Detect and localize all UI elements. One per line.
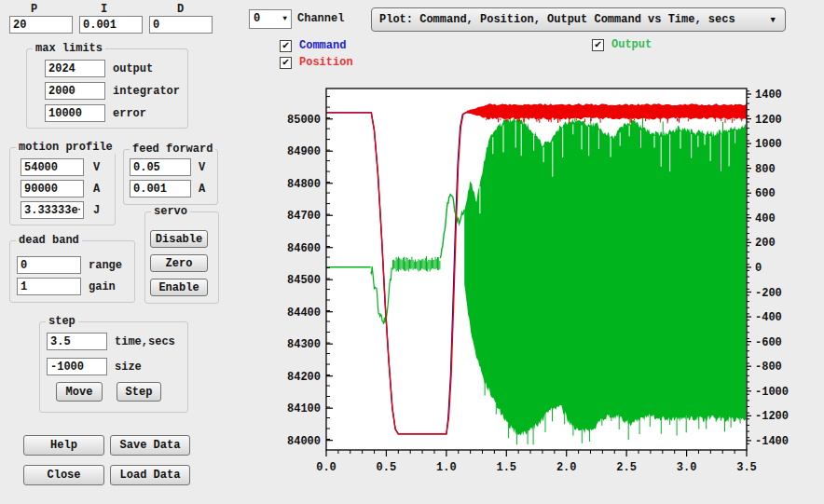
step-time-input[interactable] <box>47 333 107 350</box>
close-button[interactable]: Close <box>23 465 104 485</box>
p-label: P <box>31 3 37 16</box>
svg-text:400: 400 <box>755 212 776 225</box>
svg-text:1000: 1000 <box>755 138 782 151</box>
svg-text:800: 800 <box>755 163 776 176</box>
svg-text:84700: 84700 <box>287 210 321 223</box>
profile-accel-input[interactable] <box>21 180 84 198</box>
ff-accel-input[interactable] <box>130 180 191 198</box>
max-limits-title: max limits <box>33 42 105 55</box>
svg-text:84200: 84200 <box>287 371 321 384</box>
svg-text:-1200: -1200 <box>755 410 789 423</box>
svg-text:84500: 84500 <box>287 274 321 287</box>
svg-text:1.5: 1.5 <box>496 461 516 474</box>
servo-title: servo <box>151 205 190 218</box>
step-size-label: size <box>115 361 142 374</box>
servo-tuning-window: { "colors": {"bg":"#ececec","command":"#… <box>0 0 824 504</box>
dead-band-title: dead band <box>16 234 82 247</box>
ff-velocity-label: V <box>199 161 205 174</box>
plot-select[interactable]: Plot: Command, Position, Output Command … <box>371 7 786 32</box>
profile-jerk-input[interactable] <box>21 201 84 219</box>
svg-text:1.0: 1.0 <box>436 461 457 474</box>
d-input[interactable] <box>149 16 213 34</box>
step-size-input[interactable] <box>47 358 107 375</box>
command-checkbox[interactable]: ✔ <box>280 40 292 52</box>
svg-text:84600: 84600 <box>287 242 321 255</box>
ff-velocity-input[interactable] <box>130 158 191 176</box>
max-output-label: output <box>113 62 153 75</box>
svg-text:84000: 84000 <box>287 435 321 448</box>
svg-text:84300: 84300 <box>287 338 321 351</box>
chevron-down-icon[interactable]: ▼ <box>771 16 776 25</box>
servo-zero-button[interactable]: Zero <box>150 254 208 272</box>
deadband-gain-label: gain <box>89 280 116 293</box>
svg-text:3.5: 3.5 <box>736 461 757 474</box>
svg-text:0: 0 <box>755 262 762 275</box>
svg-text:2.5: 2.5 <box>616 461 637 474</box>
chevron-down-icon[interactable]: ▼ <box>282 14 287 22</box>
max-error-input[interactable] <box>45 104 105 122</box>
plot-area: 8400084100842008430084400845008460084700… <box>270 82 824 497</box>
motion-profile-title: motion profile <box>16 141 116 154</box>
svg-text:84100: 84100 <box>287 402 321 415</box>
svg-text:-600: -600 <box>755 336 782 349</box>
p-input[interactable] <box>9 16 73 34</box>
svg-text:85000: 85000 <box>287 114 321 127</box>
servo-enable-button[interactable]: Enable <box>150 279 208 296</box>
step-button[interactable]: Step <box>117 382 161 402</box>
output-checkbox-label: Output <box>611 38 652 51</box>
profile-accel-label: A <box>93 183 100 196</box>
svg-text:3.0: 3.0 <box>677 461 697 474</box>
load-data-button[interactable]: Load Data <box>110 465 190 485</box>
i-label: I <box>101 3 107 16</box>
svg-text:-400: -400 <box>755 311 782 324</box>
i-input[interactable] <box>79 16 143 34</box>
output-checkbox[interactable]: ✔ <box>592 39 604 51</box>
svg-text:-800: -800 <box>755 361 782 374</box>
svg-text:-200: -200 <box>755 287 782 300</box>
svg-text:0.5: 0.5 <box>377 461 397 474</box>
max-error-label: error <box>113 107 146 120</box>
step-time-label: time,secs <box>115 335 175 348</box>
svg-text:-1400: -1400 <box>755 435 789 448</box>
move-button[interactable]: Move <box>56 382 103 402</box>
profile-jerk-label: J <box>93 204 100 217</box>
save-data-button[interactable]: Save Data <box>110 435 190 456</box>
deadband-range-label: range <box>89 259 122 272</box>
deadband-range-input[interactable] <box>17 256 81 274</box>
ff-accel-label: A <box>199 183 205 196</box>
svg-text:2.0: 2.0 <box>556 461 577 474</box>
feed-forward-title: feed forward <box>130 143 215 156</box>
svg-text:-1000: -1000 <box>755 386 789 399</box>
svg-text:0.0: 0.0 <box>316 461 336 474</box>
servo-disable-button[interactable]: Disable <box>150 230 208 248</box>
svg-text:1200: 1200 <box>755 114 782 127</box>
servo-plot-chart: 8400084100842008430084400845008460084700… <box>270 82 824 497</box>
max-integrator-input[interactable] <box>45 82 105 100</box>
svg-text:1400: 1400 <box>755 89 782 102</box>
svg-text:200: 200 <box>755 237 776 250</box>
step-title: step <box>46 315 78 328</box>
max-output-input[interactable] <box>45 60 105 77</box>
svg-text:84400: 84400 <box>287 306 321 320</box>
svg-text:84800: 84800 <box>287 178 321 191</box>
svg-text:84900: 84900 <box>287 145 321 158</box>
profile-velocity-label: V <box>93 161 100 174</box>
plot-select-value: Plot: Command, Position, Output Command … <box>379 13 735 26</box>
channel-select[interactable]: 0 ▼ <box>249 9 292 29</box>
channel-label: Channel <box>297 12 344 25</box>
svg-text:600: 600 <box>755 187 776 200</box>
position-checkbox[interactable]: ✔ <box>280 57 292 69</box>
profile-velocity-input[interactable] <box>21 158 84 176</box>
command-checkbox-label: Command <box>299 39 346 52</box>
position-checkbox-label: Position <box>299 56 353 69</box>
max-integrator-label: integrator <box>113 85 180 98</box>
help-button[interactable]: Help <box>23 435 104 456</box>
deadband-gain-input[interactable] <box>17 278 81 295</box>
d-label: D <box>177 3 184 16</box>
channel-value: 0 <box>254 12 260 25</box>
